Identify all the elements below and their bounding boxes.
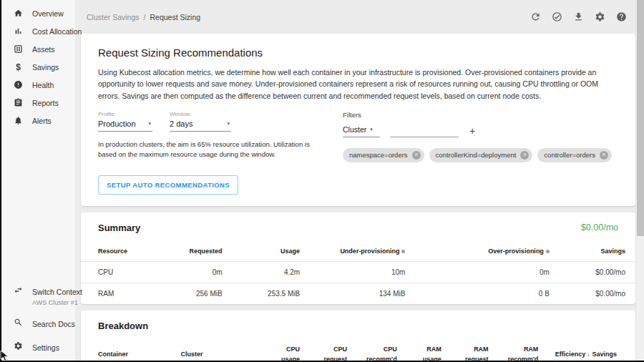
filter-chip: namespace=orders ×	[343, 148, 424, 162]
filter-chips: namespace=orders × controllerKind=deploy…	[343, 148, 618, 162]
assets-icon	[14, 44, 23, 54]
settings-button[interactable]: Settings	[14, 341, 75, 353]
reports-icon	[14, 98, 23, 107]
chip-label: controllerKind=deployment	[436, 151, 517, 159]
column-header: Savings	[550, 242, 635, 262]
sidebar-item-cost-allocation[interactable]: Cost Allocation	[1, 22, 75, 40]
sidebar: Overview Cost Allocation Assets $ Saving…	[1, 0, 75, 361]
cell-usage: 253.5 MiB	[223, 283, 301, 305]
download-button[interactable]	[572, 11, 584, 23]
sidebar-item-reports[interactable]: Reports	[1, 94, 75, 112]
column-header: Resource	[81, 242, 159, 262]
info-icon[interactable]	[401, 250, 405, 253]
summary-table: Resource Requested Usage Under-provision…	[81, 242, 635, 305]
window-select[interactable]: Window 2 days ▾	[170, 111, 231, 132]
bar-chart-icon	[14, 26, 23, 36]
chip-label: controller=orders	[544, 151, 595, 159]
column-header: Requested	[159, 242, 223, 262]
switch-context-text: Switch Context AWS Cluster #1	[32, 285, 82, 306]
column-header[interactable]: CPUrecomm'd	[347, 340, 397, 362]
column-header[interactable]: Cluster	[181, 340, 261, 362]
check-circle-icon	[552, 11, 562, 22]
breakdown-header-row: Container Cluster CPUusage CPUrequest CP…	[81, 340, 635, 362]
column-header: Under-provisioning	[300, 242, 405, 262]
sidebar-item-label: Reports	[32, 99, 59, 107]
close-icon[interactable]: ×	[412, 151, 421, 160]
help-button[interactable]	[615, 11, 627, 23]
sidebar-item-label: Savings	[32, 63, 59, 72]
column-header[interactable]: RAMrecomm'd	[489, 340, 539, 362]
column-header[interactable]: Efficiency	[538, 340, 585, 362]
column-header[interactable]: RAMusage	[397, 340, 441, 362]
info-icon[interactable]	[546, 250, 550, 253]
chevron-down-icon: ▾	[227, 121, 230, 127]
vertical-scrollbar[interactable]	[635, 0, 644, 362]
breakdown-table: Container Cluster CPUusage CPUrequest CP…	[81, 340, 635, 362]
profile-helper-text: In production clusters, the aim is 65% r…	[98, 140, 326, 160]
swap-arrows-icon	[14, 285, 23, 295]
bell-icon	[14, 116, 23, 125]
settings-label: Settings	[32, 343, 59, 352]
summary-header-row: Resource Requested Usage Under-provision…	[81, 242, 635, 262]
topbar-actions	[530, 11, 627, 23]
setup-auto-recommendations-button[interactable]: SETUP AUTO RECOMMENDATIONS	[98, 175, 238, 195]
breadcrumb-parent[interactable]: Cluster Savings	[87, 13, 140, 21]
sidebar-item-overview[interactable]: Overview	[1, 4, 75, 22]
add-filter-button[interactable]: +	[469, 126, 475, 137]
help-icon	[616, 11, 627, 22]
cell-under-provisioning: 134 MiB	[300, 283, 405, 305]
search-docs-button[interactable]: Search Docs	[14, 317, 75, 330]
sidebar-item-savings[interactable]: $ Savings	[1, 58, 75, 76]
scrollbar-thumb[interactable]	[637, 0, 644, 236]
current-cluster-label: AWS Cluster #1	[32, 299, 82, 306]
download-icon	[573, 11, 584, 22]
table-row: RAM 256 MiB 253.5 MiB 134 MiB 0 B $0.00/…	[81, 283, 635, 305]
sort-descending-icon: ↓	[587, 350, 590, 360]
column-header[interactable]: RAMrequest	[441, 340, 489, 362]
main-content: Cluster Savings / Request Sizing Request…	[75, 0, 635, 362]
sidebar-item-health[interactable]: Health	[1, 76, 75, 94]
window-select-label: Window	[170, 111, 231, 117]
sidebar-item-label: Assets	[32, 45, 55, 54]
window-left-edge	[0, 0, 1, 362]
breakdown-title: Breakdown	[98, 321, 148, 331]
column-header[interactable]: Container	[81, 340, 181, 362]
refresh-icon	[530, 11, 541, 22]
close-icon[interactable]: ×	[520, 151, 529, 160]
filters-label: Filters	[343, 111, 618, 119]
cell-resource: CPU	[81, 262, 159, 283]
sidebar-item-label: Alerts	[32, 117, 52, 125]
sidebar-footer: Switch Context AWS Cluster #1 Search Doc…	[1, 274, 75, 361]
settings-gear-button[interactable]	[594, 11, 605, 23]
refresh-button[interactable]	[530, 11, 541, 23]
close-icon[interactable]: ×	[600, 151, 608, 160]
column-header: Usage	[223, 242, 301, 262]
sidebar-item-assets[interactable]: Assets	[1, 40, 75, 58]
filters-section: Filters Cluster ▾ + namespace=orders ×	[343, 111, 618, 162]
column-header[interactable]: CPUrequest	[300, 340, 347, 362]
cell-under-provisioning: 10m	[300, 262, 405, 283]
column-header[interactable]: CPUusage	[261, 340, 300, 362]
switch-context-button[interactable]: Switch Context AWS Cluster #1	[14, 285, 75, 306]
filter-type-select[interactable]: Cluster ▾	[343, 125, 380, 137]
gear-icon	[14, 341, 23, 351]
profile-window-controls: Profile Production ▾ Window 2 days ▾	[98, 111, 326, 162]
page-description: Using Kubecost allocation metrics, we de…	[98, 67, 618, 102]
filter-type-value: Cluster	[343, 125, 366, 134]
filter-value-input[interactable]	[390, 125, 459, 137]
breakdown-card: Breakdown Container Cluster CPUusage CPU…	[81, 310, 635, 362]
dollar-icon: $	[14, 62, 23, 72]
breadcrumb-separator: /	[144, 13, 146, 21]
profile-select[interactable]: Profile Production ▾	[98, 111, 152, 132]
chevron-down-icon: ▾	[148, 121, 151, 127]
chip-label: namespace=orders	[349, 151, 408, 159]
column-header-sorted[interactable]: ↓Savings	[585, 340, 635, 362]
health-check-button[interactable]	[551, 11, 562, 23]
sidebar-item-alerts[interactable]: Alerts	[1, 112, 75, 129]
cell-usage: 4.2m	[223, 262, 301, 283]
filter-chip: controller=orders ×	[537, 148, 612, 162]
breadcrumb-current: Request Sizing	[150, 13, 200, 21]
cell-resource: RAM	[81, 283, 159, 305]
home-icon	[14, 9, 23, 18]
gear-icon	[595, 11, 605, 22]
